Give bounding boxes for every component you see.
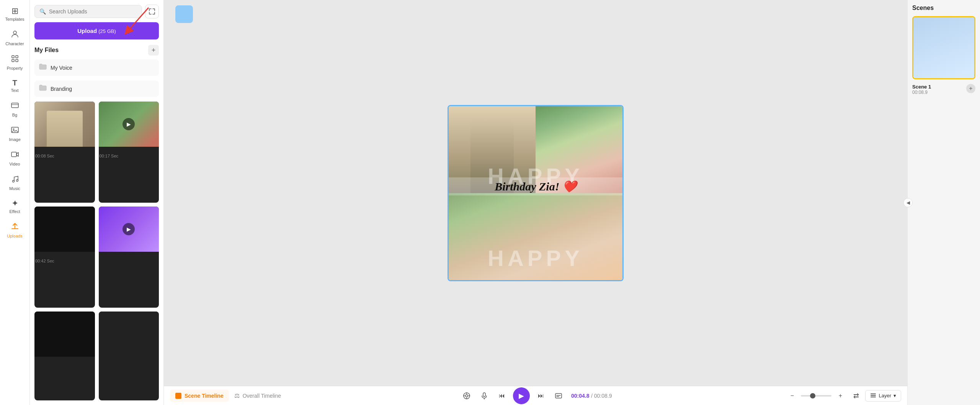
video-info bbox=[99, 252, 159, 254]
play-overlay-icon: ▶ bbox=[122, 118, 135, 130]
property-icon bbox=[11, 54, 19, 64]
video-duration: 00:42 Sec bbox=[35, 259, 94, 263]
sidebar-item-music[interactable]: Music bbox=[1, 171, 29, 195]
scene-container: Scene 1 00:08.9 + bbox=[912, 16, 975, 95]
folder-my-voice[interactable]: My Voice bbox=[34, 59, 159, 76]
swap-button[interactable]: ⇄ bbox=[850, 390, 862, 402]
play-pause-button[interactable]: ▶ bbox=[513, 387, 530, 404]
add-folder-button[interactable]: + bbox=[148, 45, 159, 56]
layer-icon bbox=[870, 393, 876, 399]
sidebar-item-label: Music bbox=[9, 186, 20, 191]
layer-dropdown[interactable]: Layer ▾ bbox=[865, 390, 901, 402]
layer-chevron-icon: ▾ bbox=[893, 393, 896, 398]
music-icon bbox=[11, 175, 19, 185]
svg-rect-4 bbox=[16, 59, 18, 62]
expand-button[interactable] bbox=[145, 5, 159, 18]
scene-timeline-icon bbox=[175, 393, 181, 399]
character-icon bbox=[11, 30, 19, 40]
sidebar-item-text[interactable]: T Text bbox=[1, 75, 29, 97]
svg-rect-5 bbox=[11, 103, 18, 108]
right-panel: Scenes Scene 1 00:08.9 + bbox=[907, 0, 980, 405]
scene-timeline-tab[interactable]: Scene Timeline bbox=[170, 390, 229, 402]
scene-1-label: Scene 1 bbox=[912, 84, 931, 90]
bg-icon bbox=[11, 101, 19, 111]
video-name: zia bday video 2 bbox=[100, 148, 158, 154]
folder-branding[interactable]: Branding bbox=[34, 80, 159, 97]
video-info: zia bday video 2 00:17 Sec bbox=[99, 147, 159, 159]
photo-bottom bbox=[449, 193, 622, 280]
panel-scroll: My Files + My Voice Branding bbox=[34, 43, 159, 400]
search-icon: 🔍 bbox=[39, 8, 46, 15]
upload-button[interactable]: Upload (25 GB) bbox=[34, 22, 159, 39]
main-area: ◀ HAPPY Birthday Zia! ❤️ bbox=[164, 0, 907, 405]
svg-rect-18 bbox=[871, 394, 876, 394]
scene-1-thumb[interactable] bbox=[912, 16, 975, 79]
sidebar-item-effect[interactable]: ✦ Effect bbox=[1, 195, 29, 218]
svg-rect-16 bbox=[871, 395, 876, 396]
canvas-wrapper: HAPPY Birthday Zia! ❤️ HAPPY bbox=[164, 0, 907, 386]
sidebar-item-property[interactable]: Property bbox=[1, 51, 29, 74]
svg-rect-15 bbox=[555, 394, 562, 398]
text-icon: T bbox=[12, 79, 17, 87]
video-item-2[interactable]: ▶ zia bday video 2 00:17 Sec bbox=[99, 102, 159, 203]
zoom-out-button[interactable]: − bbox=[786, 389, 799, 402]
scene-timeline-label: Scene Timeline bbox=[185, 393, 224, 399]
scenes-title: Scenes bbox=[912, 5, 975, 11]
svg-point-7 bbox=[13, 129, 14, 130]
sidebar-item-label: Text bbox=[11, 88, 18, 93]
search-box[interactable]: 🔍 bbox=[34, 5, 142, 18]
overall-timeline-tab[interactable]: ⚖ Overall Timeline bbox=[229, 389, 286, 402]
zoom-slider[interactable] bbox=[801, 395, 831, 397]
zoom-controls: − + bbox=[786, 389, 847, 402]
skip-forward-button[interactable]: ⏭ bbox=[534, 389, 547, 402]
canvas-frame[interactable]: HAPPY Birthday Zia! ❤️ HAPPY bbox=[448, 105, 624, 281]
sidebar-item-label: Bg bbox=[12, 113, 17, 117]
sidebar-item-templates[interactable]: ⊞ Templates bbox=[1, 3, 29, 25]
video-item-6[interactable] bbox=[99, 312, 159, 400]
sidebar-item-label: Character bbox=[5, 41, 24, 46]
add-scene-button[interactable]: + bbox=[966, 84, 975, 93]
video-item-1[interactable]: zia bday 3-final 00:08 Sec bbox=[34, 102, 95, 203]
playback-controls: ⏮ ▶ ⏭ bbox=[460, 387, 565, 404]
skip-back-button[interactable]: ⏮ bbox=[495, 389, 508, 402]
folder-name: My Voice bbox=[51, 65, 72, 71]
svg-point-0 bbox=[13, 31, 16, 34]
video-name: zia bday 3-final bbox=[35, 148, 94, 154]
mic-button[interactable] bbox=[478, 389, 491, 402]
image-icon bbox=[11, 126, 19, 136]
uploads-panel: 🔍 Upload (25 GB) My Files + bbox=[30, 0, 164, 405]
effect-icon: ✦ bbox=[11, 199, 18, 208]
sidebar-item-image[interactable]: Image bbox=[1, 122, 29, 146]
zoom-in-button[interactable]: + bbox=[834, 389, 847, 402]
video-item-4[interactable]: ▶ bbox=[99, 207, 159, 308]
uploads-icon bbox=[11, 222, 19, 232]
search-input[interactable] bbox=[49, 8, 137, 15]
adjust-icon: ⚖ bbox=[234, 392, 240, 399]
zoom-slider-thumb[interactable] bbox=[810, 393, 815, 398]
photo-top-left bbox=[449, 106, 536, 193]
svg-rect-1 bbox=[12, 56, 14, 58]
time-display: 00:04.8 / 00:08.9 bbox=[571, 392, 612, 399]
scene-info: Scene 1 00:08.9 + bbox=[912, 82, 975, 95]
video-item-3[interactable]: full hd 00:42 Sec bbox=[34, 207, 95, 308]
sidebar-nav: ⊞ Templates Character Property T Text bbox=[0, 0, 30, 405]
sidebar-item-label: Property bbox=[7, 66, 23, 71]
video-name: full hd bbox=[35, 253, 94, 259]
blue-dot-element bbox=[175, 5, 193, 23]
photo-top-right bbox=[536, 106, 622, 193]
video-info: full hd 00:42 Sec bbox=[34, 252, 95, 264]
sidebar-item-uploads[interactable]: Uploads bbox=[1, 218, 29, 242]
my-files-header: My Files + bbox=[34, 43, 159, 57]
svg-rect-2 bbox=[16, 56, 18, 58]
video-item-5[interactable] bbox=[34, 312, 95, 400]
svg-rect-3 bbox=[12, 59, 14, 62]
camera-sync-button[interactable] bbox=[460, 389, 473, 402]
collapse-panel-button[interactable]: ◀ bbox=[903, 198, 913, 207]
svg-rect-8 bbox=[11, 152, 16, 157]
sidebar-item-bg[interactable]: Bg bbox=[1, 97, 29, 121]
subtitle-button[interactable] bbox=[552, 389, 565, 402]
my-files-title: My Files bbox=[34, 47, 59, 54]
sidebar-item-video[interactable]: Video bbox=[1, 146, 29, 170]
sidebar-item-character[interactable]: Character bbox=[1, 26, 29, 50]
overall-timeline-label: Overall Timeline bbox=[243, 393, 281, 399]
